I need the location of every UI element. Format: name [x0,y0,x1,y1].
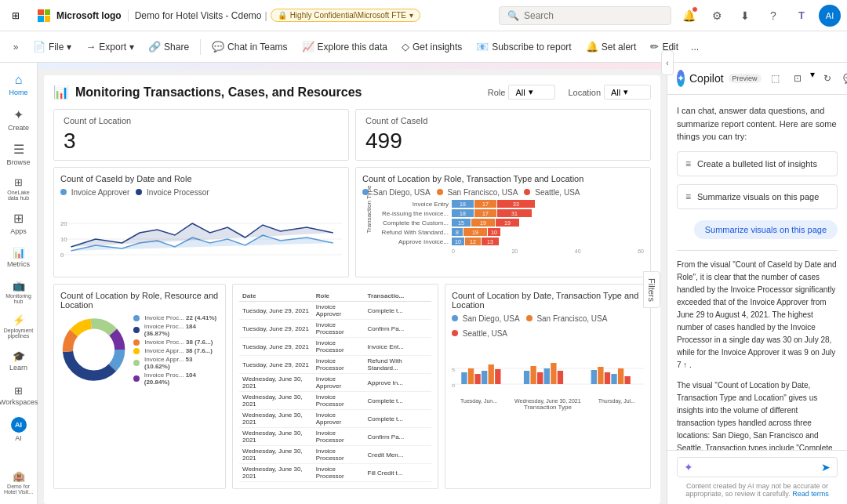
donut-chart-card: Count of Location by Role, Resource and … [53,284,226,489]
insights-icon: ◇ [402,41,409,53]
explore-data-button[interactable]: 📈 Explore this data [296,38,394,56]
legend-item-1: Invoice Proc... 184 (36.87%) [133,323,219,337]
sidebar-item-browse[interactable]: ☰ Browse [3,138,35,169]
kpi-caseid-value: 499 [365,129,641,154]
copilot-suggestion-1[interactable]: ≡ Summarize visuals on this page [677,184,838,209]
loc-bar-4-1 [544,368,550,384]
bar-row-2-bars: 15 19 19 [452,219,519,227]
notification-button[interactable]: 🔔 [678,5,700,27]
table-cell-7-0: Wednesday, June 30, 2021 [239,428,313,446]
help-button[interactable]: ? [762,5,784,27]
share-button[interactable]: 🔗 Share [142,38,195,56]
sidebar-item-monitoring[interactable]: 📺 Monitoring hub [3,276,35,307]
settings-button[interactable]: ⚙ [706,5,728,27]
donut-dot-5 [133,375,140,382]
svg-text:0: 0 [452,383,455,388]
sidebar-item-ai[interactable]: AI AI [3,414,35,445]
svg-text:5: 5 [452,368,455,372]
chevron-down-icon[interactable]: ▾ [409,11,413,20]
copilot-logo: ✦ [677,70,685,87]
export-button[interactable]: → Export ▾ [79,38,140,56]
download-button[interactable]: ⬇ [734,5,756,27]
export-icon: → [85,41,96,53]
table-cell-4-2: Approve In... [365,374,431,392]
copilot-collapse-button[interactable]: ‹ [661,50,674,75]
confidential-label: Highly Confidential\Microsoft FTE [290,11,406,20]
subscribe-icon: 📧 [476,41,489,53]
sidebar-item-onelake[interactable]: ⊞ OneLake data hub [3,172,35,204]
location-filter-dropdown[interactable]: All ▾ [604,85,651,100]
copilot-message-input[interactable] [696,462,818,472]
table-row: Wednesday, June 30, 2021Invoice Approver… [239,410,431,428]
summarize-button[interactable]: Summarize visuals on this page [694,220,838,239]
sidebar-item-deployment[interactable]: ⚡ Deployment pipelines [3,310,35,342]
copilot-suggestion-0[interactable]: ≡ Create a bulleted list of insights [677,151,838,176]
send-button[interactable]: ➤ [821,461,831,473]
loc-bar-2-2 [489,364,494,384]
table-cell-9-2: Fill Credit t... [365,464,431,482]
browse-icon: ☰ [13,142,24,157]
sidebar-item-metrics[interactable]: 📊 Metrics [3,241,35,273]
table-cell-3-0: Tuesday, June 29, 2021 [239,356,313,374]
copilot-refresh-button[interactable]: ↻ [818,69,837,88]
collapse-navigation-button[interactable]: » [6,38,25,56]
role-filter-dropdown[interactable]: All ▾ [508,85,555,100]
workspaces-icon: ⊞ [14,385,23,397]
more-options-button[interactable]: ... [686,38,703,56]
user-avatar[interactable]: AI [819,5,841,27]
copilot-expand-button[interactable]: ⊡ [788,69,807,88]
table-cell-5-2: Complete t... [365,392,431,410]
sidebar-hotel-label: Demo for Hotel Visit... [3,484,35,495]
copilot-new-chat-button[interactable]: ⬚ [766,69,785,88]
table-cell-0-0: Tuesday, June 29, 2021 [239,302,313,320]
sidebar-item-workspaces[interactable]: ⊞ Workspaces [3,379,35,411]
teams-button[interactable]: T [791,5,812,27]
bar-row-approve: Approve Invoice... 10 12 13 [378,237,644,245]
sidebar-item-hotel-demo[interactable]: 🏨 Demo for Hotel Visit... [3,466,35,498]
sidebar-item-apps[interactable]: ⊞ Apps [3,207,35,238]
sidebar-item-home[interactable]: ⌂ Home [3,69,35,100]
donut-dot-3 [133,348,140,354]
suggestion-0-label: Create a bulleted list of insights [697,159,817,169]
search-input[interactable] [524,10,663,21]
sidebar-metrics-label: Metrics [7,260,30,268]
col-transaction: Transactio... [365,291,431,302]
ms-logo-text: Microsoft logo [56,10,122,21]
bar-row-1-bars: 18 17 31 [452,209,532,217]
confidential-badge: 🔒 Highly Confidential\Microsoft FTE ▾ [271,9,420,22]
donut-dot-2 [133,339,140,346]
location-filter: Location All ▾ [568,85,651,100]
bar-chart-body: Transaction Type Invoice Entry 18 17 33 [362,200,644,254]
product-name: Demo for Hotel Visits - Cdemo [135,10,262,21]
sidebar-item-create[interactable]: ✦ Create [3,103,35,135]
file-menu-button[interactable]: 📄 File ▾ [27,38,78,56]
bar-row-4-bars: 10 12 13 [452,237,499,245]
copilot-chat-button[interactable]: 💬 [840,69,847,88]
legend-seattle: Seattle, USA [524,188,580,197]
loc-bar-1-1 [461,372,467,384]
loc-legend-sf: San Francisco, USA [526,314,608,323]
teams-icon: T [798,9,805,21]
sidebar-item-learn[interactable]: 🎓 Learn [3,345,35,376]
subscribe-button[interactable]: 📧 Subscribe to report [470,38,577,56]
bar-2-seg-2: 19 [496,219,519,227]
bar-row-refund: Refund With Standard... 8 19 10 [378,228,644,236]
bar-row-reissue: Re-issuing the invoice... 18 17 31 [378,209,644,217]
bar-row-3-bars: 8 19 10 [452,228,500,236]
apps-switcher-button[interactable]: ⊞ [6,6,25,25]
set-alert-button[interactable]: 🔔 Set alert [580,38,643,56]
location-date-legend: San Diego, USA San Francisco, USA Seattl… [452,314,644,338]
chat-in-teams-button[interactable]: 💬 Chat in Teams [205,38,293,56]
table-cell-6-1: Invoice Approver [313,410,365,428]
donut-legend-label-2: Invoice Proc... 38 (7.6...) [144,339,213,346]
bar-row-1-label: Re-issuing the invoice... [378,210,449,217]
copilot-title: Copilot [689,72,724,85]
table-cell-6-2: Complete t... [365,410,431,428]
search-box[interactable]: 🔍 [499,6,671,25]
suggestion-1-icon: ≡ [685,191,691,202]
read-terms-link[interactable]: Read terms [792,490,829,498]
get-insights-button[interactable]: ◇ Get insights [395,38,468,56]
report-title-icon: 📊 [53,85,69,100]
filters-button[interactable]: Filters [643,271,660,309]
legend-approver: Invoice Approver [60,188,129,197]
